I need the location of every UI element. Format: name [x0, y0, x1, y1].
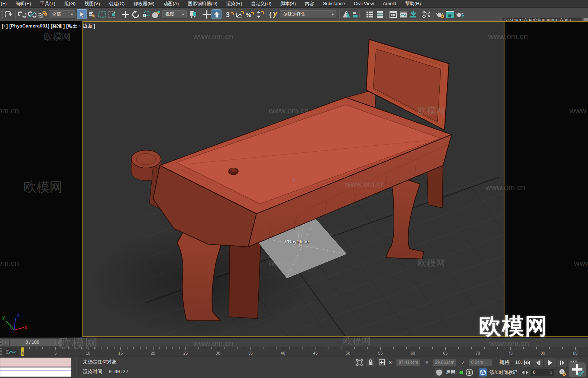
select-and-link-icon[interactable] [17, 9, 27, 19]
spinner-snap-toggle-button[interactable] [255, 9, 265, 19]
menu-item-2[interactable]: 工具(T) [36, 0, 60, 8]
named-selection-sets-dropdown[interactable]: 创建选择集 ▼ [280, 10, 336, 19]
reference-coordinate-dropdown[interactable]: 视图 ▼ [162, 10, 187, 19]
ruler-tick [393, 347, 394, 349]
menu-item-1[interactable]: 编辑(E) [11, 0, 36, 8]
frame-spinner[interactable]: ▲▼ [550, 371, 552, 374]
viewport-canvas[interactable]: x y z [0, 21, 588, 337]
previous-frame-button[interactable] [533, 359, 543, 367]
menu-item-9[interactable]: 渲染(R) [222, 0, 246, 8]
key-mode-toggle[interactable] [521, 368, 529, 377]
status-prompt: 未选定任何对象 [83, 359, 117, 365]
select-and-move-button[interactable] [120, 9, 130, 19]
render-production-button[interactable] [455, 9, 465, 19]
isolate-selection-icon[interactable] [355, 358, 364, 366]
menu-item-12[interactable]: 内容 [300, 0, 319, 8]
use-pivot-center-button[interactable] [188, 9, 198, 19]
next-frame-scrub-button[interactable]: › [55, 339, 62, 346]
select-object-button[interactable] [77, 9, 87, 19]
mirror-button[interactable] [341, 9, 351, 19]
set-key-button[interactable] [569, 362, 586, 377]
select-and-place-button[interactable] [151, 9, 161, 19]
ruler-tick [231, 347, 231, 349]
menu-item-16[interactable]: 帮助(H) [401, 0, 425, 8]
keyboard-shortcut-override-toggle[interactable] [211, 9, 222, 19]
window-crossing-toggle-button[interactable] [107, 9, 117, 19]
ruler-tick [81, 347, 82, 349]
viewport-label[interactable]: [+] [PhysCamera001] [标准 ] [粘土 + 边面 ] [2, 23, 95, 29]
one-indicator-icon[interactable]: 1 [466, 369, 473, 376]
next-frame-button[interactable] [557, 359, 567, 367]
trackbar-drag-handle[interactable] [0, 348, 2, 355]
ruler-tick [530, 347, 530, 349]
mini-curve-editor-button[interactable] [3, 348, 19, 356]
bind-to-spacewarp-icon[interactable] [37, 9, 47, 19]
coord-y-field[interactable]: 39.861cm [433, 359, 456, 366]
transform-typein-mode-icon[interactable] [378, 358, 386, 366]
curve-editor-button[interactable] [398, 9, 408, 19]
align-button[interactable] [351, 9, 361, 19]
menu-item-14[interactable]: Civil View [349, 0, 378, 8]
toggle-layer-explorer-button[interactable] [375, 9, 385, 19]
track-bar[interactable]: 0510152025303540455055606570758085 [0, 347, 588, 356]
unlink-selection-icon[interactable] [27, 9, 37, 19]
ruler-tick [465, 347, 465, 349]
menu-item-3[interactable]: 组(G) [60, 0, 80, 8]
menu-item-8[interactable]: 图形编辑器(D) [183, 0, 222, 8]
previous-frame-scrub-button[interactable]: ‹ [2, 339, 9, 346]
coord-z-field[interactable]: 0.0cm [469, 359, 492, 366]
select-and-manipulate-button[interactable] [201, 9, 211, 19]
ruler-frame-label: 75 [508, 351, 513, 355]
menu-item-7[interactable]: 动画(A) [159, 0, 183, 8]
schematic-view-button[interactable] [421, 9, 432, 19]
ruler-tick [575, 347, 576, 350]
maxscript-mini-listener[interactable] [0, 367, 71, 377]
current-frame-field[interactable]: 0 ▲▼ [531, 369, 554, 376]
toggle-scene-explorer-button[interactable] [365, 9, 375, 19]
selection-lock-icon[interactable] [366, 358, 375, 366]
toggle-ribbon-button[interactable] [388, 9, 398, 19]
ruler-tick [504, 347, 504, 349]
menu-item-6[interactable]: 修改器(M) [129, 0, 159, 8]
rectangular-selection-region-button[interactable] [97, 9, 107, 19]
menu-item-13[interactable]: Substance [319, 0, 349, 8]
add-time-tag-label[interactable]: 添加时间标记 [490, 369, 517, 376]
shield-icon[interactable] [435, 368, 443, 377]
select-and-scale-button[interactable] [140, 9, 151, 19]
ruler-tick [549, 347, 550, 349]
render-setup-button[interactable] [435, 9, 445, 19]
coord-x-field[interactable]: 87.414cm [396, 359, 420, 366]
maxscript-macro-recorder[interactable] [0, 358, 71, 367]
reference-coordinate-value: 视图 [165, 11, 174, 17]
3dsmax-window: { "menu": { "items": ["(F)","编辑(E)","工具(… [0, 0, 588, 378]
ruler-tick [316, 347, 316, 350]
select-by-name-button[interactable] [87, 9, 97, 19]
menu-item-10[interactable]: 自定义(U) [246, 0, 276, 8]
menu-item-0[interactable]: (F) [0, 0, 11, 8]
menu-item-15[interactable]: Arnold [378, 0, 401, 8]
listener-splitter[interactable] [77, 358, 78, 377]
select-and-rotate-button[interactable] [130, 9, 140, 19]
edit-named-selection-sets-button[interactable]: { } [268, 9, 278, 19]
time-tag-cube-icon[interactable] [479, 368, 487, 377]
menu-item-5[interactable]: 创建(C) [104, 0, 129, 8]
redo-button[interactable] [4, 9, 14, 19]
angle-snap-toggle-button[interactable] [235, 9, 245, 19]
time-configuration-button[interactable] [558, 368, 566, 377]
snap-toggle-3d-button[interactable]: 3 [225, 9, 235, 19]
ruler-tick [198, 347, 199, 349]
viewport[interactable]: x y z [+] [PhysCamera001] [标准 ] [粘土 + 边面… [0, 21, 588, 337]
go-to-start-button[interactable] [522, 359, 532, 367]
time-slider-value[interactable]: 0 / 100 [10, 339, 55, 346]
toolbar-drag-handle[interactable] [1, 9, 3, 20]
selection-filter-dropdown[interactable]: 全部 ▼ [49, 10, 75, 19]
percent-snap-toggle-button[interactable]: % [245, 9, 255, 19]
minimize-ribbon-button[interactable] [408, 9, 418, 19]
play-button[interactable] [544, 358, 556, 367]
rendered-frame-window-button[interactable] [445, 9, 455, 19]
ruler-frame-label: 65 [443, 351, 448, 355]
ruler-tick [471, 347, 472, 349]
menu-item-4[interactable]: 视图(V) [80, 0, 104, 8]
ruler-tick [257, 347, 257, 349]
menu-item-11[interactable]: 脚本(S) [276, 0, 300, 8]
